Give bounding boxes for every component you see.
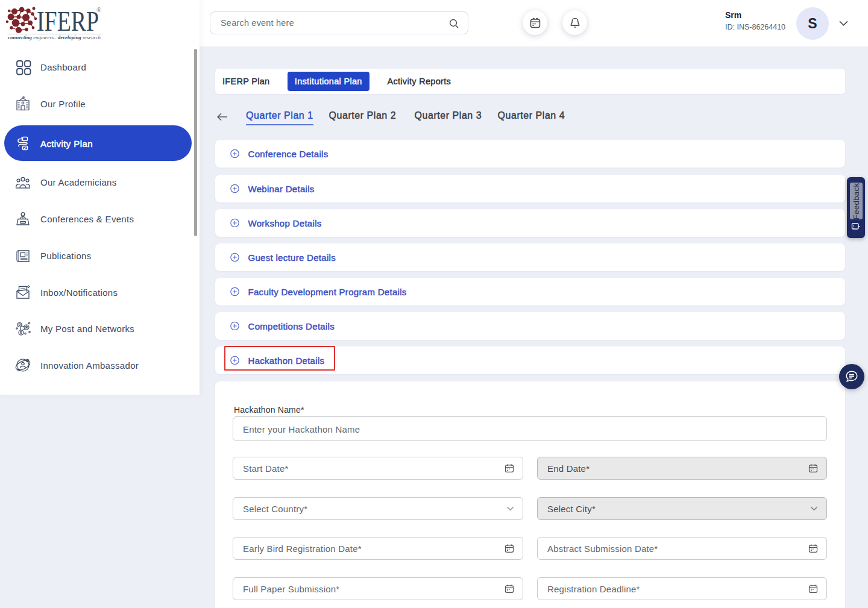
svg-text:®: ® [96,6,101,13]
svg-text:connecting engineers.. develop: connecting engineers.. developing resear… [8,34,101,40]
svg-text:IFERP: IFERP [37,5,99,37]
